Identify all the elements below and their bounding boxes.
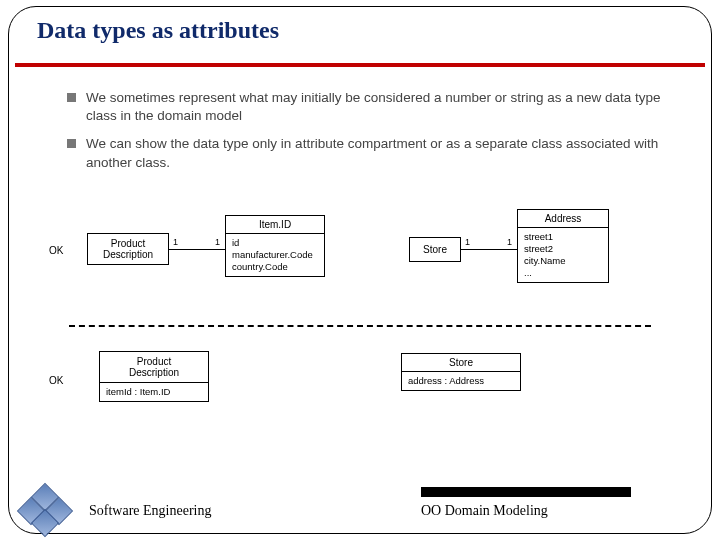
uml-class-name: Product Description xyxy=(88,234,168,264)
uml-class-name: Product Description xyxy=(100,352,208,383)
bullet-text: We sometimes represent what may initiall… xyxy=(86,89,671,125)
uml-product-description: Product Description xyxy=(87,233,169,265)
multiplicity: 1 xyxy=(507,237,512,247)
logo-icon xyxy=(13,483,73,531)
title-underline xyxy=(15,63,705,67)
association-line xyxy=(461,249,517,250)
dashed-separator xyxy=(69,325,651,327)
uml-product-description-2: Product Description itemId : Item.ID xyxy=(99,351,209,402)
multiplicity: 1 xyxy=(173,237,178,247)
slide-title: Data types as attributes xyxy=(37,17,279,44)
bullet-text: We can show the data type only in attrib… xyxy=(86,135,671,171)
diagram-row-2: OK Product Description itemId : Item.ID … xyxy=(49,347,671,437)
diagram-row-1: OK Product Description 1 1 Item.ID id ma… xyxy=(49,207,671,307)
multiplicity: 1 xyxy=(465,237,470,247)
uml-store: Store xyxy=(409,237,461,262)
uml-attributes: street1 street2 city.Name ... xyxy=(518,228,608,282)
uml-attributes: itemId : Item.ID xyxy=(100,383,208,401)
square-bullet-icon xyxy=(67,93,76,102)
uml-class-name: Store xyxy=(410,238,460,261)
bullet-item: We sometimes represent what may initiall… xyxy=(67,89,671,125)
content-area: We sometimes represent what may initiall… xyxy=(67,89,671,182)
association-line xyxy=(169,249,225,250)
uml-item-id: Item.ID id manufacturer.Code country.Cod… xyxy=(225,215,325,277)
ok-label: OK xyxy=(49,375,63,386)
square-bullet-icon xyxy=(67,139,76,148)
uml-store-2: Store address : Address xyxy=(401,353,521,391)
footer-bar xyxy=(421,487,631,497)
uml-class-name: Store xyxy=(402,354,520,372)
uml-class-name: Address xyxy=(518,210,608,228)
footer-right: OO Domain Modeling xyxy=(421,503,631,519)
uml-attributes: id manufacturer.Code country.Code xyxy=(226,234,324,276)
slide-frame: Data types as attributes We sometimes re… xyxy=(8,6,712,534)
multiplicity: 1 xyxy=(215,237,220,247)
uml-attributes: address : Address xyxy=(402,372,520,390)
uml-address: Address street1 street2 city.Name ... xyxy=(517,209,609,283)
uml-class-name: Item.ID xyxy=(226,216,324,234)
footer-left: Software Engineering xyxy=(89,503,211,519)
ok-label: OK xyxy=(49,245,63,256)
bullet-item: We can show the data type only in attrib… xyxy=(67,135,671,171)
